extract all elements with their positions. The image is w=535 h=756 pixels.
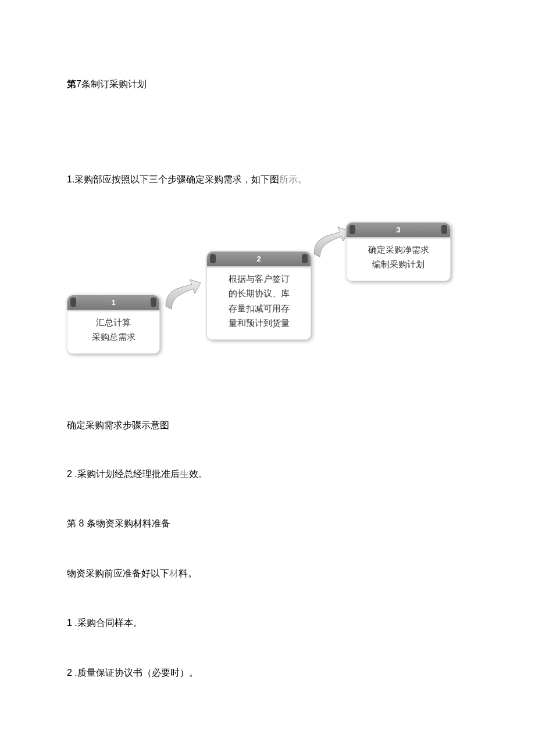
list-item-1: 1 .采购合同样本。 [67,615,468,630]
arrow-1-to-2 [163,277,204,312]
step-3-line1: 确定采购净需求 [355,243,442,258]
step-2-number: 2 [256,255,261,263]
prep-gray: 材 [169,568,179,578]
prep-black1: 物资采购前应准备好以下 [67,568,169,578]
step-1-line2: 采购总需求 [76,330,151,345]
prep-paragraph: 物资采购前应准备好以下材料。 [67,566,468,581]
step-box-3: 3 确定采购净需求 编制采购计划 [346,222,451,281]
article-prefix: 第 [67,79,76,89]
document-page: 第7条制订采购计划 1.采购部应按照以下三个步骤确定采购需求，如下图所示。 [0,0,535,750]
step-box-2: 2 根据与客户签订 的长期协议、库 存量扣减可用存 量和预计到货量 [206,251,311,340]
step-3-body: 确定采购净需求 编制采购计划 [347,237,450,281]
diagram-caption: 确定采购需求步骤示意图 [67,420,468,432]
step-1-header: 1 [67,295,159,310]
step-2-line3: 存量扣减可用存 [215,302,302,317]
step-1-number: 1 [111,298,115,307]
notch-icon [210,254,216,263]
intro-text-gray: 所示。 [279,174,307,184]
step-1-line1: 汇总计算 [76,316,151,331]
step-3-header: 3 [347,223,450,237]
article-number: 7 [76,79,81,89]
step-2-line2: 的长期协议、库 [215,286,302,302]
item2-gray: 生 [180,469,189,479]
step-2-line4: 量和预计到货量 [215,316,302,331]
prep-black2: 料。 [179,568,197,578]
item2-black1: 2 .采购计划经总经理批准后 [67,469,180,479]
article-suffix: 条制订采购计划 [81,79,147,89]
notch-icon [441,225,447,234]
step-2-body: 根据与客户签订 的长期协议、库 存量扣减可用存 量和预计到货量 [207,266,311,339]
list-item-2: 2 .质量保证协议书（必要时）。 [67,665,468,680]
step-2-line1: 根据与客户签订 [215,272,302,287]
notch-icon [302,254,308,263]
step-1-body: 汇总计算 采购总需求 [67,310,159,353]
notch-icon [151,298,156,307]
article-7-heading: 第7条制订采购计划 [67,78,468,91]
step-box-1: 1 汇总计算 采购总需求 [67,295,160,354]
steps-diagram: 1 汇总计算 采购总需求 2 根据与客户签订 的长期协议、库 存量扣减可用存 量… [67,222,468,385]
notch-icon [349,225,355,234]
item-2-approval: 2 .采购计划经总经理批准后生效。 [67,467,468,482]
intro-text-black: 1.采购部应按照以下三个步骤确定采购需求，如下图 [67,174,279,184]
notch-icon [70,298,76,307]
step-3-line2: 编制采购计划 [355,257,442,273]
article-8-heading: 第 8 条物资采购材料准备 [67,516,468,531]
step-3-number: 3 [396,225,400,234]
step-2-header: 2 [207,252,311,266]
intro-paragraph: 1.采购部应按照以下三个步骤确定采购需求，如下图所示。 [67,172,468,187]
item2-black2: 效。 [189,469,208,479]
